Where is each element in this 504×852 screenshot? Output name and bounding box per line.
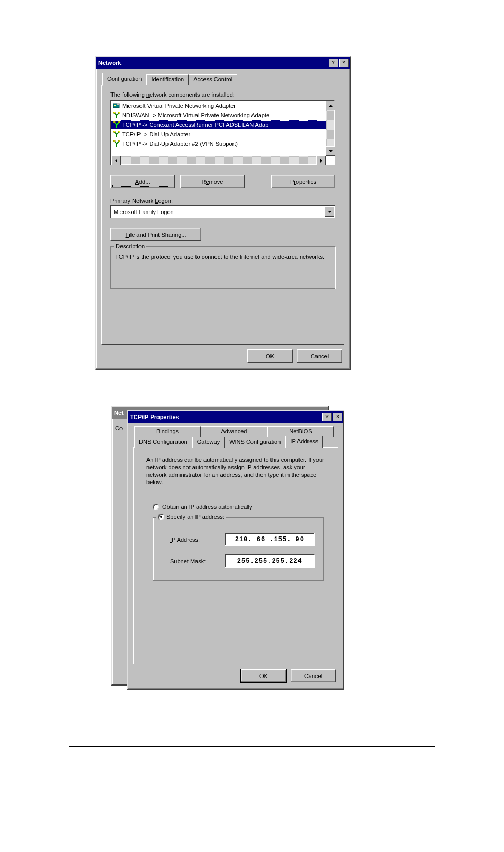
tab-advanced[interactable]: Advanced xyxy=(201,426,267,437)
arrow-up-icon xyxy=(329,105,333,107)
primary-logon-label: Primary Network Logon: xyxy=(110,198,335,204)
subnet-mask-field[interactable]: 255.255.255.224 xyxy=(225,554,315,568)
arrow-down-icon xyxy=(329,150,333,152)
svg-rect-6 xyxy=(113,112,115,113)
svg-rect-22 xyxy=(118,140,120,142)
ipaddress-pane: An IP address can be automatically assig… xyxy=(133,447,338,664)
adapter-card-icon xyxy=(113,102,121,109)
list-item[interactable]: NDISWAN -> Microsoft Virtual Private Net… xyxy=(111,110,326,120)
protocol-icon xyxy=(113,140,121,147)
svg-rect-21 xyxy=(113,140,115,142)
tab-wins[interactable]: WINS Configuration xyxy=(225,437,285,448)
list-item[interactable]: TCP/IP -> Dial-Up Adapter #2 (VPN Suppor… xyxy=(111,139,326,149)
primary-logon-combo[interactable]: Microsoft Family Logon xyxy=(110,205,335,218)
scroll-right-button[interactable] xyxy=(316,156,326,165)
list-item[interactable]: Microsoft Virtual Private Networking Ada… xyxy=(111,101,326,110)
tab-bindings[interactable]: Bindings xyxy=(134,426,201,437)
network-dialog: Network ? × Configuration Identification… xyxy=(95,56,351,370)
svg-rect-2 xyxy=(117,103,119,105)
tcpip-titlebar[interactable]: TCP/IP Properties ? × xyxy=(128,411,343,423)
svg-rect-11 xyxy=(113,121,115,123)
remove-button[interactable]: Remove xyxy=(180,175,245,188)
help-button[interactable]: ? xyxy=(322,413,332,421)
description-label: Description xyxy=(114,243,146,249)
description-text: TCP/IP is the protocol you use to connec… xyxy=(115,253,331,261)
ip-address-label: IP Address: xyxy=(170,536,217,543)
ok-button[interactable]: OK xyxy=(241,669,286,682)
arrow-left-icon xyxy=(115,159,117,163)
list-item[interactable]: TCP/IP -> Dial-Up Adapter xyxy=(111,129,326,139)
network-tabstrip: Configuration Identification Access Cont… xyxy=(102,74,237,85)
tcpip-tabstrip-bot: DNS Configuration Gateway WINS Configura… xyxy=(134,437,323,448)
tab-ipaddress[interactable]: IP Address xyxy=(285,436,323,448)
tcpip-title: TCP/IP Properties xyxy=(130,414,321,420)
specify-ip-group: Specify an IP address: IP Address: 210. … xyxy=(153,517,324,581)
components-label: The following network components are ins… xyxy=(110,91,335,98)
network-title: Network xyxy=(98,60,328,66)
file-print-sharing-button[interactable]: File and Print Sharing... xyxy=(110,228,201,241)
arrow-right-icon xyxy=(320,159,322,163)
ip-intro-text: An IP address can be automatically assig… xyxy=(146,456,325,486)
scroll-track[interactable] xyxy=(121,156,316,164)
network-tabsheet: Configuration Identification Access Cont… xyxy=(101,74,344,345)
cancel-button[interactable]: Cancel xyxy=(297,349,342,363)
primary-logon-value: Microsoft Family Logon xyxy=(111,209,325,215)
ok-button[interactable]: OK xyxy=(247,349,293,363)
network-titlebar[interactable]: Network ? × xyxy=(96,57,350,69)
svg-rect-17 xyxy=(118,131,120,132)
add-button[interactable]: Add... xyxy=(110,175,175,188)
radio-icon xyxy=(153,504,159,510)
combo-dropdown-button[interactable] xyxy=(325,207,334,217)
tcpip-dialog: TCP/IP Properties ? × Bindings Advanced … xyxy=(127,410,344,690)
arrow-down-icon xyxy=(328,211,332,213)
list-item-selected[interactable]: TCP/IP -> Conexant AccessRunner PCI ADSL… xyxy=(111,120,326,129)
protocol-icon xyxy=(113,131,121,138)
tab-identification[interactable]: Identification xyxy=(146,74,189,85)
close-button[interactable]: × xyxy=(339,59,349,67)
cancel-button[interactable]: Cancel xyxy=(291,669,336,682)
properties-button[interactable]: Properties xyxy=(271,175,335,188)
svg-rect-7 xyxy=(118,112,120,113)
tcpip-tabsheet: Bindings Advanced NetBIOS DNS Configurat… xyxy=(133,426,338,664)
help-button[interactable]: ? xyxy=(329,59,338,67)
scroll-track[interactable] xyxy=(326,110,334,147)
configuration-pane: The following network components are ins… xyxy=(101,85,344,345)
scroll-down-button[interactable] xyxy=(326,146,335,156)
scroll-left-button[interactable] xyxy=(111,156,121,165)
list-hscrollbar[interactable] xyxy=(111,156,326,164)
subnet-mask-label: Subnet Mask: xyxy=(170,558,217,564)
tab-configuration[interactable]: Configuration xyxy=(102,73,146,86)
close-button[interactable]: × xyxy=(333,413,342,421)
page-divider xyxy=(69,746,435,747)
tab-access-control[interactable]: Access Control xyxy=(189,74,237,85)
svg-rect-1 xyxy=(114,105,116,106)
svg-rect-12 xyxy=(118,121,120,123)
radio-specify-ip[interactable]: Specify an IP address: xyxy=(156,514,226,520)
ip-address-field[interactable]: 210. 66 .155. 90 xyxy=(225,533,315,546)
radio-icon xyxy=(158,514,164,520)
scroll-up-button[interactable] xyxy=(326,101,335,110)
list-vscrollbar[interactable] xyxy=(326,101,334,156)
components-listbox[interactable]: Microsoft Virtual Private Networking Ada… xyxy=(110,100,335,165)
tab-dns[interactable]: DNS Configuration xyxy=(134,437,192,448)
tab-gateway[interactable]: Gateway xyxy=(192,437,225,448)
svg-rect-16 xyxy=(113,131,115,132)
protocol-icon xyxy=(113,121,121,128)
protocol-icon xyxy=(113,112,121,119)
radio-obtain-auto[interactable]: Obtain an IP address automatically xyxy=(153,504,324,510)
description-group: Description TCP/IP is the protocol you u… xyxy=(110,246,335,289)
